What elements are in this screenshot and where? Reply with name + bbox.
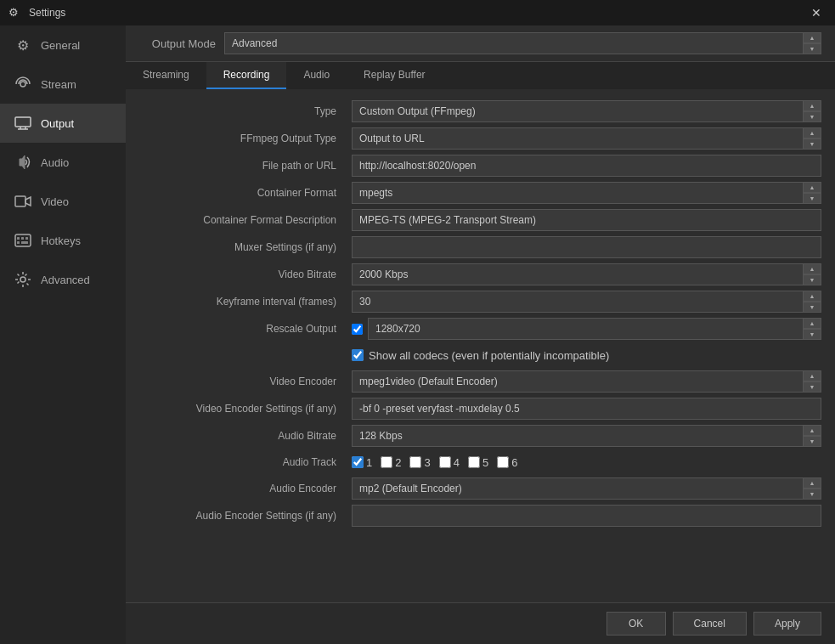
video-encoder-select[interactable]: mpeg1video (Default Encoder) libx264 lib…	[352, 370, 803, 393]
svg-rect-1	[15, 117, 31, 127]
video-encoder-up[interactable]: ▲	[803, 370, 821, 381]
track-2-checkbox[interactable]	[381, 456, 392, 468]
control-ffmpeg-output-type: Output to URL Output to File ▲ ▼	[352, 127, 821, 150]
hotkeys-icon	[14, 231, 32, 250]
sidebar-item-hotkeys[interactable]: Hotkeys	[0, 221, 126, 260]
svg-point-0	[20, 82, 25, 87]
video-bitrate-down[interactable]: ▼	[803, 274, 821, 285]
ffmpeg-output-type-up[interactable]: ▲	[803, 127, 821, 138]
audio-bitrate-down[interactable]: ▼	[803, 436, 821, 447]
control-audio-track: 1 2 3 4	[352, 456, 821, 469]
label-audio-encoder-settings: Audio Encoder Settings (if any)	[139, 510, 343, 522]
rescale-output-up[interactable]: ▲	[803, 318, 821, 329]
cancel-button[interactable]: Cancel	[673, 612, 747, 636]
audio-icon	[14, 153, 32, 172]
sidebar-item-output[interactable]: Output	[0, 104, 126, 143]
audio-bitrate-spinner: ▲ ▼	[803, 425, 821, 447]
keyframe-interval-input[interactable]	[352, 291, 803, 313]
ok-button[interactable]: OK	[607, 612, 666, 636]
row-audio-encoder-settings: Audio Encoder Settings (if any)	[126, 502, 835, 529]
rescale-output-checkbox[interactable]	[352, 324, 363, 335]
audio-encoder-settings-input[interactable]	[352, 505, 821, 527]
tab-replay-buffer[interactable]: Replay Buffer	[347, 62, 443, 89]
track-3-checkbox[interactable]	[409, 456, 421, 468]
rescale-output-select[interactable]: 1280x720 1920x1080 854x480 640x360	[368, 318, 803, 340]
svg-rect-7	[17, 237, 20, 240]
audio-bitrate-input[interactable]	[352, 425, 803, 447]
sidebar-item-advanced[interactable]: Advanced	[0, 260, 126, 299]
control-video-encoder-settings	[352, 398, 821, 420]
audio-encoder-up[interactable]: ▲	[803, 477, 821, 489]
audio-encoder-select[interactable]: mp2 (Default Encoder) aac mp3	[352, 477, 803, 500]
audio-encoder-spinner: ▲ ▼	[803, 477, 821, 500]
show-all-codecs-checkbox[interactable]	[352, 349, 364, 361]
sidebar-item-video[interactable]: Video	[0, 182, 126, 221]
tab-streaming[interactable]: Streaming	[126, 62, 206, 89]
sidebar-item-audio[interactable]: Audio	[0, 143, 126, 182]
video-bitrate-spinbox: ▲ ▼	[352, 263, 821, 285]
keyframe-interval-up[interactable]: ▲	[803, 291, 821, 302]
label-muxer-settings: Muxer Settings (if any)	[139, 241, 343, 253]
video-encoder-wrapper: mpeg1video (Default Encoder) libx264 lib…	[352, 370, 821, 393]
control-muxer-settings	[352, 236, 821, 258]
track-6-checkbox[interactable]	[497, 456, 509, 468]
output-icon	[14, 114, 32, 133]
row-audio-bitrate: Audio Bitrate ▲ ▼	[126, 422, 835, 449]
row-show-all-codecs: Show all codecs (even if potentially inc…	[126, 342, 835, 368]
audio-bitrate-up[interactable]: ▲	[803, 425, 821, 436]
apply-button[interactable]: Apply	[753, 612, 821, 636]
audio-encoder-down[interactable]: ▼	[803, 489, 821, 500]
video-encoder-spinner: ▲ ▼	[803, 370, 821, 393]
output-mode-up[interactable]: ▲	[803, 32, 821, 43]
container-format-select[interactable]: mpegts mp4 mkv	[352, 182, 803, 204]
output-mode-label: Output Mode	[139, 37, 216, 50]
settings-area: Type Custom Output (FFmpeg) Standard ▲ ▼	[126, 89, 835, 602]
container-format-down[interactable]: ▼	[803, 193, 821, 204]
keyframe-interval-spinbox: ▲ ▼	[352, 291, 821, 313]
type-select[interactable]: Custom Output (FFmpeg) Standard	[352, 100, 803, 122]
audio-bitrate-spinbox: ▲ ▼	[352, 425, 821, 447]
svg-rect-10	[17, 241, 20, 244]
label-type: Type	[139, 105, 343, 117]
container-format-wrapper: mpegts mp4 mkv ▲ ▼	[352, 182, 821, 204]
output-mode-select-wrapper: Simple Advanced ▲ ▼	[224, 32, 821, 54]
video-encoder-down[interactable]: ▼	[803, 381, 821, 393]
track-6-label: 6	[511, 456, 517, 469]
type-down[interactable]: ▼	[803, 111, 821, 122]
output-mode-select[interactable]: Simple Advanced	[224, 32, 803, 54]
container-format-up[interactable]: ▲	[803, 182, 821, 193]
ffmpeg-output-type-select[interactable]: Output to URL Output to File	[352, 127, 803, 150]
sidebar-item-general[interactable]: ⚙ General	[0, 25, 126, 65]
ffmpeg-output-type-down[interactable]: ▼	[803, 138, 821, 150]
label-container-format-desc: Container Format Description	[139, 214, 343, 226]
sidebar-item-stream[interactable]: Stream	[0, 65, 126, 104]
tab-audio[interactable]: Audio	[286, 62, 347, 89]
control-container-format-desc: MPEG-TS (MPEG-2 Transport Stream)	[352, 209, 821, 231]
main-content: ⚙ General Stream	[0, 25, 835, 644]
tab-recording[interactable]: Recording	[206, 62, 287, 89]
titlebar-title: Settings	[29, 7, 65, 19]
video-bitrate-input[interactable]	[352, 263, 803, 285]
output-mode-down[interactable]: ▼	[803, 43, 821, 54]
close-button[interactable]: ✕	[806, 4, 827, 21]
output-mode-bar: Output Mode Simple Advanced ▲ ▼	[126, 25, 835, 62]
track-4-checkbox[interactable]	[439, 456, 451, 468]
video-icon	[14, 192, 32, 211]
file-path-input[interactable]	[352, 155, 821, 177]
video-bitrate-up[interactable]: ▲	[803, 263, 821, 274]
track-5-checkbox[interactable]	[468, 456, 480, 468]
row-audio-track: Audio Track 1 2	[126, 449, 835, 475]
control-container-format: mpegts mp4 mkv ▲ ▼	[352, 182, 821, 204]
row-rescale-output: Rescale Output 1280x720 1920x1080 854x48…	[126, 315, 835, 342]
row-audio-encoder: Audio Encoder mp2 (Default Encoder) aac …	[126, 475, 835, 502]
type-up[interactable]: ▲	[803, 100, 821, 111]
video-encoder-settings-input[interactable]	[352, 398, 821, 420]
control-keyframe-interval: ▲ ▼	[352, 291, 821, 313]
rescale-output-down[interactable]: ▼	[803, 329, 821, 340]
control-video-bitrate: ▲ ▼	[352, 263, 821, 285]
svg-rect-6	[15, 234, 31, 246]
svg-point-12	[20, 277, 25, 282]
muxer-settings-input[interactable]	[352, 236, 821, 258]
keyframe-interval-down[interactable]: ▼	[803, 302, 821, 313]
track-1-checkbox[interactable]	[352, 456, 364, 468]
